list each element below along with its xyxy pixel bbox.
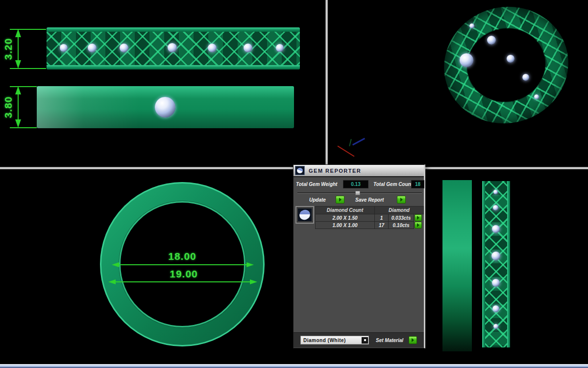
diamond-gem [60,44,68,52]
band-edge [507,181,510,347]
row-count[interactable]: 1 [374,214,389,222]
row-size[interactable]: 1.00 X 1.00 [315,221,375,229]
dimension-band-height: 3.20 [2,33,14,65]
gem-thumbnail [298,208,312,221]
dimension-outer-diameter: 19.00 [162,268,206,280]
extension-line [10,86,37,87]
go-icon [412,338,414,342]
update-button[interactable] [336,196,344,204]
diamond-gem [522,74,529,81]
arrow-down-icon [15,60,21,69]
diamond-gem [276,44,284,52]
diamond-gem [492,225,500,233]
total-gem-weight-label: Total Gem Weight [296,182,337,187]
gem-reporter-icon [295,166,305,175]
go-icon [417,223,419,227]
go-icon [400,198,403,202]
diamond-gem [534,94,539,99]
material-dropdown-value: Diamond (White) [303,338,362,343]
window-bottom-edge [0,364,588,368]
diamond-gem [493,205,498,210]
axis-gizmo [335,132,369,161]
extension-line [10,127,37,128]
total-gem-count-label: Total Gem Count [373,182,413,187]
axis-y-green [349,139,352,146]
diamond-gem [493,324,498,329]
diamond-gem [469,23,474,28]
row-size[interactable]: 2.00 X 1.50 [315,214,375,222]
set-material-button[interactable] [409,336,417,344]
total-gem-weight-value: 0.13 [343,180,368,188]
gem-icon [297,168,303,173]
band-edge [47,65,300,69]
arrow-right-icon [250,279,257,284]
viewport-divider-vertical[interactable] [325,0,328,168]
axis-x-red [338,146,355,157]
row-weight[interactable]: 0.033cts [388,214,414,222]
dimension-line [118,264,247,265]
row-count[interactable]: 17 [374,221,389,229]
band-edge [47,27,300,32]
row-select-button[interactable] [415,222,422,229]
panel-titlebar[interactable]: GEM REPORTER [294,165,424,177]
diamond-gem [120,44,128,52]
diamond-gem [493,190,498,194]
gem-type-button[interactable] [295,206,314,224]
dimension-inner-diameter: 18.00 [160,251,204,262]
app-window: 3.20 3.80 [0,0,588,368]
row-weight[interactable]: 0.10cts [388,221,414,229]
diamond-gem [492,279,500,287]
diamond-gem [487,36,496,45]
save-report-button[interactable] [397,196,406,204]
diamond-gem [208,44,217,52]
axis-z-blue [352,138,365,146]
dimension-line [115,281,251,282]
dropdown-arrow-icon[interactable] [362,337,368,344]
column-header-diamond[interactable]: Diamond [374,206,424,214]
panel-title: GEM REPORTER [309,168,361,174]
arrow-down-icon [15,119,21,128]
center-diamond-gem [460,53,473,67]
viewport-elevation[interactable] [431,169,588,364]
arrow-up-icon [15,86,21,94]
ornate-band-elevation [482,181,510,347]
diamond-gem [492,305,499,312]
go-icon [339,198,342,202]
band-edge [482,181,485,347]
arrow-left-icon [108,279,116,284]
plain-band-side-view [37,86,294,128]
gem-reporter-panel: GEM REPORTER Total Gem Weight 0.13 Total… [293,164,425,348]
total-gem-count-value: 18 [411,180,424,188]
ornate-band-side-view [47,27,300,69]
diamond-gem [507,55,514,63]
center-diamond-gem [155,97,175,117]
column-header-diamond-count[interactable]: Diamond Count [315,206,375,214]
diamond-gem [244,44,252,52]
panel-slider-handle[interactable] [355,191,360,195]
save-report-label: Save Report [355,197,384,203]
diamond-gem [168,43,177,52]
arrow-up-icon [15,29,21,37]
arrow-left-icon [112,262,119,267]
set-material-label: Set Material [376,338,403,343]
plain-band-elevation [442,180,472,351]
dimension-shank-height: 3.80 [2,92,14,123]
material-dropdown[interactable]: Diamond (White) [300,336,369,345]
dropdown-dot [364,339,366,341]
row-select-button[interactable] [415,214,422,221]
diamond-gem [491,252,500,260]
viewport-side-view[interactable]: 3.20 3.80 [0,0,325,167]
go-icon [417,216,419,220]
viewport-perspective[interactable] [328,0,588,167]
gem-icon [298,208,311,221]
arrow-right-icon [246,262,254,267]
material-bar: Diamond (White) Set Material [294,332,424,347]
update-label: Update [309,197,326,203]
diamond-gem [88,44,97,52]
